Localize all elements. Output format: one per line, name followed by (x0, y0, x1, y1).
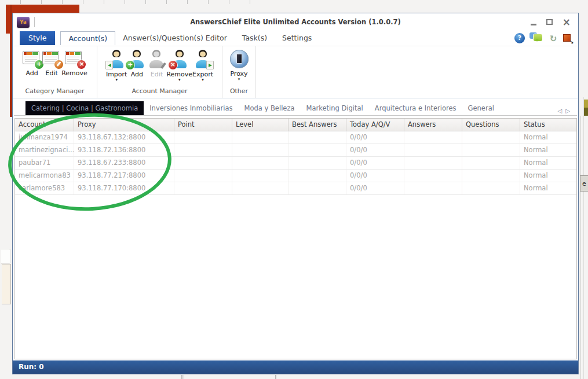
category-manager-add-button[interactable]: +Add (22, 49, 42, 82)
category-scroll-controls (558, 104, 570, 115)
category-tab-inversiones-inmobiliarias[interactable]: Inversiones Inmobiliarias (144, 101, 238, 115)
background-left-panel-fragment (2, 264, 11, 304)
app-icon[interactable]: Ya (17, 17, 30, 28)
feedback-icon[interactable] (529, 32, 543, 43)
dropdown-arrow-icon (238, 78, 240, 82)
background-tick (184, 375, 184, 379)
table-body: julimanza197493.118.67.132:88000/0/0Norm… (15, 131, 576, 195)
app-window: Ya AnswersChief Elite Unlimited Accounts… (12, 13, 579, 374)
background-tick (181, 375, 182, 379)
table-row[interactable]: martinezignaci...93.118.72.136:88000/0/0… (15, 144, 576, 157)
background-right-edge-line (580, 116, 581, 379)
ribbon-group-other: ProxyOther (222, 46, 256, 98)
account-import-icon (107, 50, 126, 69)
tab-account-s[interactable]: Account(s) (60, 31, 115, 45)
ribbon-tab-strip: StyleAccount(s)Answer(s)/Question(s) Edi… (13, 31, 578, 46)
dropdown-arrow-icon (178, 78, 181, 83)
status-bar: Run: 0 (13, 360, 578, 374)
background-right-fragment (584, 108, 588, 116)
category-tab-marketing-digital[interactable]: Marketing Digital (300, 101, 368, 115)
account-export-icon (193, 50, 213, 69)
help-icon[interactable] (514, 33, 525, 43)
category-manager-remove-button[interactable]: ×Remove (61, 49, 87, 82)
account-manager-add-button[interactable]: +Add (127, 49, 147, 83)
scroll-left-icon[interactable] (558, 104, 563, 115)
table-row[interactable]: melicarmona8393.118.77.217:88000/0/0Norm… (15, 170, 576, 182)
window-controls (531, 17, 571, 28)
refresh-icon[interactable] (548, 33, 558, 43)
dropdown-arrow-icon (202, 78, 204, 83)
column-header-today-a-q-v[interactable]: Today A/Q/V (346, 119, 404, 131)
background-right-edge-line (583, 97, 584, 379)
category-tab-moda-y-belleza[interactable]: Moda y Belleza (239, 101, 301, 115)
ribbon-group-category-manager: +AddEdit×RemoveCategory Manager (13, 46, 97, 98)
column-header-point[interactable]: Point (174, 119, 232, 131)
title-bar: Ya AnswersChief Elite Unlimited Accounts… (13, 13, 578, 31)
category-add-icon: + (22, 50, 42, 68)
column-header-proxy[interactable]: Proxy (74, 119, 174, 131)
exit-icon[interactable] (563, 34, 571, 42)
account-add-icon: + (127, 50, 147, 69)
table-row[interactable]: julimanza197493.118.67.132:88000/0/0Norm… (15, 131, 576, 144)
category-tab-catering-cocina-gastronomia[interactable]: Catering | Cocina | Gastronomia (25, 101, 144, 115)
account-remove-icon: × (170, 50, 189, 69)
column-header-questions[interactable]: Questions (462, 119, 520, 131)
background-tick (275, 375, 276, 379)
category-tab-arquitectura-e-interiores[interactable]: Arquitectura e Interiores (369, 101, 462, 115)
background-side-tab[interactable]: e (580, 175, 588, 192)
category-tab-strip: Catering | Cocina | GastronomiaInversion… (14, 101, 577, 116)
tab-task-s[interactable]: Task(s) (235, 31, 275, 45)
close-button[interactable] (563, 17, 571, 28)
background-ruler-strip (0, 0, 258, 4)
account-manager-import-button[interactable]: Import (106, 49, 127, 83)
window-title: AnswersChief Elite Unlimited Accounts Ve… (71, 18, 520, 26)
other-proxy-button[interactable]: Proxy (230, 49, 249, 82)
account-manager-export-button[interactable]: Export (192, 49, 213, 83)
tab-answer-s-question-s-editor[interactable]: Answer(s)/Question(s) Editor (115, 31, 235, 45)
maximize-button[interactable] (546, 19, 553, 25)
column-header-answers[interactable]: Answers (404, 119, 462, 131)
category-edit-icon (42, 50, 61, 68)
table-row[interactable]: paubar7193.118.67.233:88000/0/0Normal (15, 157, 576, 170)
tab-style[interactable]: Style (20, 31, 55, 45)
account-edit-icon (147, 50, 166, 69)
table-header-row: AccountProxyPointLevelBest AnswersToday … (15, 119, 576, 131)
category-remove-icon: × (64, 50, 84, 68)
dropdown-arrow-icon (115, 78, 118, 83)
ribbon-group-account-manager: Import+AddEdit×RemoveExportAccount Manag… (97, 46, 222, 98)
account-manager-remove-button[interactable]: ×Remove (166, 49, 192, 83)
screen: e Ya AnswersChief Elite Unlimited Accoun… (0, 0, 588, 379)
tab-settings[interactable]: Settings (275, 31, 319, 45)
column-header-best-answers[interactable]: Best Answers (288, 119, 346, 131)
scroll-right-icon[interactable] (565, 104, 570, 115)
account-manager-edit-button: Edit (147, 49, 166, 83)
column-header-account[interactable]: Account (15, 119, 74, 131)
minimize-button[interactable] (531, 24, 536, 25)
column-header-level[interactable]: Level (232, 119, 288, 131)
proxy-icon (230, 50, 249, 68)
column-header-status[interactable]: Status (520, 119, 576, 131)
quick-actions (514, 32, 573, 43)
run-counter: Run: 0 (19, 363, 44, 371)
category-manager-edit-button[interactable]: Edit (42, 49, 61, 82)
background-left-fragment (1, 249, 11, 264)
category-tab-general[interactable]: General (462, 101, 500, 115)
ribbon-tabs: StyleAccount(s)Answer(s)/Question(s) Edi… (20, 31, 319, 45)
chat-bubble (534, 34, 542, 41)
titlebar-separator (34, 17, 35, 27)
accounts-table: AccountProxyPointLevelBest AnswersToday … (14, 118, 577, 359)
table-row[interactable]: carlamore58393.118.77.170:88000/0/0Norma… (15, 182, 576, 195)
ribbon-toolbar: +AddEdit×RemoveCategory ManagerImport+Ad… (13, 46, 578, 98)
background-right-fragment (584, 100, 588, 108)
